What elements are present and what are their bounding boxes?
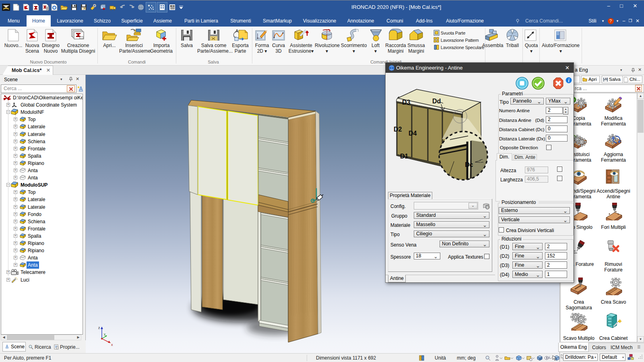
svg-text:Dc: Dc [465, 161, 473, 168]
svg-text:D4: D4 [409, 130, 417, 137]
svg-text:Dd: Dd [432, 98, 441, 105]
svg-text:D2: D2 [394, 126, 402, 133]
svg-text:y: y [104, 332, 105, 336]
svg-text:x: x [111, 343, 113, 347]
svg-text:z: z [98, 326, 100, 330]
svg-text:D3: D3 [402, 99, 411, 106]
svg-text:D1: D1 [400, 153, 409, 160]
